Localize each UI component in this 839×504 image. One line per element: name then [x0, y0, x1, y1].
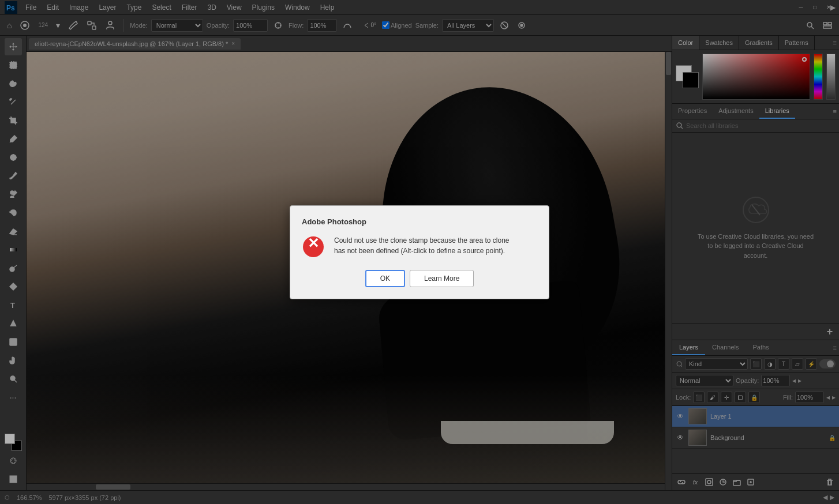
dialog-overlay: Adobe Photoshop ✕ Could not use the clon… [0, 0, 839, 504]
dialog-body: ✕ Could not use the clone stamp because … [302, 235, 537, 258]
dialog-title: Adobe Photoshop [302, 217, 537, 226]
svg-text:✕: ✕ [308, 235, 319, 251]
dialog-buttons: OK Learn More [302, 270, 537, 287]
dialog-error-icon: ✕ [302, 235, 325, 258]
dialog-learn-more-button[interactable]: Learn More [410, 270, 474, 287]
dialog-message-text: Could not use the clone stamp because th… [334, 235, 510, 256]
dialog-ok-button[interactable]: OK [365, 270, 405, 287]
error-dialog: Adobe Photoshop ✕ Could not use the clon… [290, 205, 549, 299]
